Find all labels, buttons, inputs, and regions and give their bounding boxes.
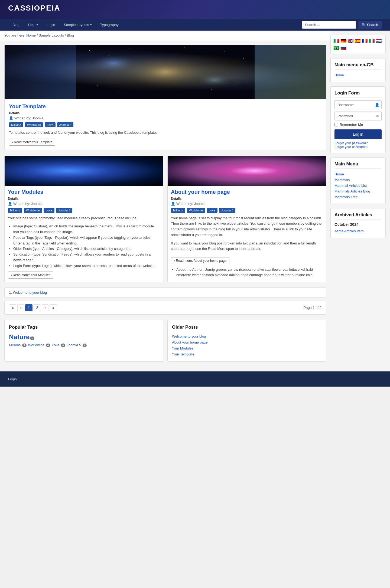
home-title-link[interactable]: About your home page [171,189,230,195]
chevron-icon-2: › [174,259,175,263]
popular-tags-title: Popular Tags [9,325,158,330]
archived-title: Archived Articles [334,212,382,220]
read-more-button[interactable]: › Read more: Your Template [9,139,55,146]
home-body: About your home page Details 👤 Written b… [168,186,326,281]
remember-me-checkbox[interactable] [334,123,338,126]
page-prev-button[interactable]: ‹ [17,304,24,311]
tag-millions-link[interactable]: Millions 4 [9,343,27,347]
home-read-more[interactable]: › Read more: About your home page [171,257,229,264]
password-group: 👁 [334,112,382,120]
popular-tags-content: Nature5 Millions 4 Worldwide 4 Love 4 Jo… [9,333,158,347]
search-button[interactable]: 🔍 Search [358,21,382,29]
list-item: Older Posts (type: Articles - Category),… [13,246,160,252]
article-title-link[interactable]: Your Template [9,103,46,109]
forgot-username-link[interactable]: Forgot your username? [334,145,382,149]
flag-gb[interactable]: 🇬🇧 [347,38,353,44]
nav-item-help[interactable]: Help [24,19,42,31]
page-1-button[interactable]: 1 [25,304,32,311]
eye-icon: 👁 [376,114,379,118]
article-tags: Millions Worldwide Love Joomla 5 [9,122,321,127]
modules-title-link[interactable]: Your Modules [8,189,43,195]
sidebar: 🇮🇹 🇩🇪 🇬🇧 🇪🇸 🇫🇷 🇮🇹 🇳🇱 🇧🇷 🇷🇺 Main menu en-… [330,31,390,371]
older-post-home[interactable]: About your home page [172,340,208,344]
modules-body: Your Modules Details 👤 Written by: Jooml… [5,186,163,282]
menu-home[interactable]: Home [334,171,382,177]
article-author: 👤 Written by: Joomla [9,116,321,120]
home-tag-worldwide[interactable]: Worldwide [187,208,205,213]
nav-item-sample-layouts[interactable]: Sample Layouts [60,19,96,31]
login-button[interactable]: Log in [334,129,382,139]
page-last-button[interactable]: » [50,304,57,311]
pagination-buttons: « ‹ 1 2 › » [9,304,57,311]
mod-tag-love[interactable]: Love [44,208,54,213]
menu-engb-home[interactable]: Home [334,72,382,78]
home-tag-millions[interactable]: Millions [171,208,185,213]
mod-tag-worldwide[interactable]: Worldwide [24,208,42,213]
flag-it[interactable]: 🇮🇹 [333,38,339,44]
older-posts-list: Welcome to your blog About your home pag… [172,333,321,357]
search-icon: 🔍 [362,23,366,27]
galaxy-pink-image [168,156,326,186]
mod-tag-joomla5[interactable]: Joomla 5 [56,208,73,213]
main-menu-engb-title: Main menu en-GB [334,62,382,70]
article-your-modules: Your Modules Details 👤 Written by: Jooml… [4,156,163,282]
tag-worldwide[interactable]: Worldwide [25,122,43,127]
flag-de[interactable]: 🇩🇪 [340,38,346,44]
forgot-password-link[interactable]: Forgot your password? [334,141,382,145]
menu-mammal-articles-list[interactable]: Mammal Articles List [334,183,382,188]
small-tags-row: Millions 4 Worldwide 4 Love 4 Joomla 5 4 [9,343,158,347]
page-first-button[interactable]: « [9,304,16,311]
tag-joomla5[interactable]: Joomla 5 [57,122,74,127]
flag-br[interactable]: 🇧🇷 [333,45,339,51]
list-item: Your Template [172,351,321,357]
site-title: CASSIOPEIA [8,4,382,12]
remember-me-row: Remember Me [334,123,382,127]
nav-item-login[interactable]: Login [42,19,60,31]
tag-worldwide-link[interactable]: Worldwide 4 [28,343,50,347]
welcome-link-area: 1. Welcome to your blog [4,288,326,298]
menu-mammals-articles-blog[interactable]: Mammals Articles Blog [334,188,382,194]
password-input[interactable] [334,112,382,120]
flag-it2[interactable]: 🇮🇹 [369,38,375,44]
footer-login-link[interactable]: Login [8,377,17,381]
home-meta: Details [171,197,323,201]
home-title: About your home page [171,189,323,195]
popular-tags-module: Popular Tags Nature5 Millions 4 Worldwid… [4,320,163,362]
flag-fr[interactable]: 🇫🇷 [362,38,368,44]
breadcrumb-home[interactable]: Home [26,33,36,37]
flag-nl[interactable]: 🇳🇱 [376,38,382,44]
article-home-page: About your home page Details 👤 Written b… [167,156,326,282]
older-post-template[interactable]: Your Template [172,352,194,356]
flag-es[interactable]: 🇪🇸 [355,38,360,44]
article-title: Your Template [9,103,321,110]
home-thumb [168,156,326,186]
page-next-button[interactable]: › [42,304,48,311]
nature-tag[interactable]: Nature [9,333,30,341]
galaxy-blue-image [5,156,163,186]
menu-mammals[interactable]: Mammals [334,177,382,183]
nav-item-typography[interactable]: Typography [96,19,123,31]
menu-mammals-tree[interactable]: Mammals Tree [334,194,382,200]
tag-joomla5-link[interactable]: Joomla 5 4 [67,343,87,347]
search-input[interactable] [302,21,356,29]
article-hero-image [5,45,326,99]
tag-love-link[interactable]: Love 4 [52,343,65,347]
older-post-welcome[interactable]: Welcome to your blog [172,334,206,338]
home-tag-joomla5[interactable]: Joomla 5 [219,208,236,213]
tag-millions[interactable]: Millions [9,122,23,127]
list-item: Login Form (type: Login), which allows y… [13,263,160,269]
list-item: About your home page [172,339,321,345]
mod-tag-millions[interactable]: Millions [8,208,22,213]
older-post-modules[interactable]: Your Modules [172,346,193,350]
archived-articles-section: Archived Articles October 2024 Acme Arti… [330,208,386,238]
tag-love[interactable]: Love [45,122,56,127]
welcome-link[interactable]: Welcome to your blog [13,290,47,295]
archived-item-acme[interactable]: Acme Articles Item [334,228,382,234]
page-2-button[interactable]: 2 [34,304,41,311]
username-input[interactable] [334,100,382,109]
flag-ru[interactable]: 🇷🇺 [340,45,346,51]
nav-item-blog[interactable]: Blog [8,19,24,31]
nature-count: 5 [30,337,34,340]
modules-read-more[interactable]: › Read more: Your Modules [8,272,53,279]
home-tag-love[interactable]: Love [207,208,217,213]
